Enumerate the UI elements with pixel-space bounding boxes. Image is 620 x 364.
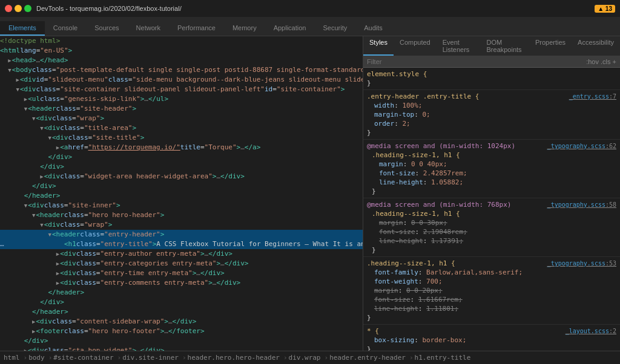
dom-line[interactable]: ▼<body class="post-template-default sing… xyxy=(0,65,363,75)
breadcrumb-site-inner[interactable]: div.site-inner xyxy=(122,354,179,362)
media-query: @media screen and (min-width: 1024px) xyxy=(367,141,515,151)
selector-text: .heading--size-1, h1 { xyxy=(367,259,455,268)
breadcrumb-hero-header[interactable]: header.hero.hero-header xyxy=(188,354,280,362)
tab-audits[interactable]: Audits xyxy=(355,21,391,36)
tab-styles[interactable]: Styles xyxy=(363,36,394,56)
tab-accessibility[interactable]: Accessibility xyxy=(572,36,620,56)
tab-security[interactable]: Security xyxy=(314,21,355,36)
dom-line[interactable]: ▶<div id="slideout-menu" class="side-men… xyxy=(0,75,363,85)
dom-line[interactable]: ▶<div class="cta-bop-widget">…</div> xyxy=(0,346,363,351)
rule-prop: line-height: 1.05882; xyxy=(372,178,616,187)
breadcrumb-h1[interactable]: h1.entry-title xyxy=(415,354,471,362)
dom-line[interactable]: ▶<ul class="genesis-skip-link">…</ul> xyxy=(0,94,363,104)
breadcrumb-body[interactable]: body xyxy=(28,354,45,362)
dom-line[interactable]: ▼<header class="site-header"> xyxy=(0,104,363,114)
selector-text: .heading--size-1, h1 { xyxy=(372,151,460,160)
style-rule-element: element.style { } xyxy=(363,68,620,90)
dom-line[interactable]: ▶<div class="entry-time entry-meta">…</d… xyxy=(0,268,363,278)
rule-prop: font-size: 1.61667rem; xyxy=(367,295,616,304)
breadcrumb-sep: › xyxy=(409,354,414,362)
tab-console[interactable]: Console xyxy=(45,21,86,36)
rule-source[interactable]: _entry.scss:7 xyxy=(569,92,616,101)
closing-brace: } xyxy=(367,313,616,322)
rule-selector: @media screen and (min-width: 768px) _ty… xyxy=(367,200,616,209)
breadcrumb-sep: › xyxy=(24,354,28,362)
dom-line[interactable]: ▼<div class="wrap"> xyxy=(0,114,363,123)
dom-line[interactable]: ▶<div class="widget-area header-widget-a… xyxy=(0,172,363,181)
breadcrumb-site-container[interactable]: #site-container xyxy=(53,354,113,362)
close-button[interactable] xyxy=(5,5,12,12)
tab-sources[interactable]: Sources xyxy=(86,21,127,36)
dom-line[interactable]: ▶<div class="content-sidebar-wrap">…</di… xyxy=(0,317,363,327)
breadcrumb-html[interactable]: html xyxy=(4,354,20,362)
dom-line[interactable]: ▶<a href="https://torquemag.io/" title="… xyxy=(0,143,363,152)
dom-line[interactable]: ▼<header class="hero hero-header"> xyxy=(0,210,363,220)
dom-line[interactable]: ▼<div class="site-title"> xyxy=(0,133,363,143)
dom-line: <!doctype html> xyxy=(0,36,363,46)
minimize-button[interactable] xyxy=(15,5,22,12)
dom-panel[interactable]: <!doctype html> <html lang="en-US"> ▶<he… xyxy=(0,36,363,351)
dom-line[interactable]: ▼<div class="site-inner"> xyxy=(0,201,363,210)
style-rule-media-768: @media screen and (min-width: 768px) _ty… xyxy=(363,198,620,257)
style-rule-layout: * { _layout.scss:2 box-sizing: border-bo… xyxy=(363,325,620,351)
tab-network[interactable]: Network xyxy=(128,21,169,36)
dom-line[interactable]: ▶<head>…</head> xyxy=(0,56,363,65)
status-bar: html › body › #site-container › div.site… xyxy=(0,351,620,364)
tab-application[interactable]: Application xyxy=(265,21,315,36)
dom-line: </header> xyxy=(0,307,363,317)
selector-text: .heading--size-1, h1 { xyxy=(372,209,460,218)
breadcrumb-sep: › xyxy=(325,354,329,362)
dom-line-entry-header[interactable]: ▼<header class="entry-header"> xyxy=(0,230,363,239)
rule-source[interactable]: _layout.scss:2 xyxy=(566,327,616,336)
rule-selector: element.style { xyxy=(367,70,616,79)
breadcrumb-sep: › xyxy=(182,354,186,362)
title-bar-right: ▲ 13 xyxy=(595,5,615,13)
dom-line: </div> xyxy=(0,336,363,346)
rule-prop: font-family: Barlow,arial,sans-serif; xyxy=(367,268,616,277)
rule-selector: .entry-header .entry-title { _entry.scss… xyxy=(367,92,616,101)
styles-filter-bar: :hov .cls + xyxy=(363,56,620,68)
dom-line: </div> xyxy=(0,152,363,162)
styles-content: element.style { } .entry-header .entry-t… xyxy=(363,68,620,351)
rule-prop: font-weight: 700; xyxy=(367,277,616,286)
rule-prop: line-height: 1.17391; xyxy=(372,236,616,245)
dom-line-h1[interactable]: … <h1 class="entry-title">A CSS Flexbox … xyxy=(0,239,363,249)
window-controls xyxy=(5,5,31,12)
dom-line[interactable]: ▶<footer class="hero hero-footer">…</foo… xyxy=(0,327,363,336)
dom-line: </header> xyxy=(0,191,363,201)
dom-line[interactable]: ▼<div class="site-container slideout-pan… xyxy=(0,85,363,94)
dom-line[interactable]: ▼<div class="wrap"> xyxy=(0,220,363,230)
closing-brace: } xyxy=(367,128,616,137)
dom-line: </div> xyxy=(0,181,363,191)
breadcrumb-sep: › xyxy=(283,354,288,362)
warning-badge: ▲ 13 xyxy=(595,5,615,13)
tab-elements[interactable]: Elements xyxy=(0,21,45,36)
rule-prop: margin: 0 0 20px; xyxy=(367,286,616,295)
selector-text: * { xyxy=(367,327,379,336)
rule-source[interactable]: _typography.scss:58 xyxy=(547,200,616,209)
dom-line[interactable]: ▼<div class="title-area"> xyxy=(0,123,363,133)
breadcrumb-wrap[interactable]: div.wrap xyxy=(289,354,321,362)
rule-source[interactable]: _typography.scss:53 xyxy=(547,259,616,268)
tab-performance[interactable]: Performance xyxy=(169,21,224,36)
closing-brace: } xyxy=(372,245,616,255)
rule-source[interactable]: _typography.scss:62 xyxy=(547,141,616,151)
tab-computed[interactable]: Computed xyxy=(394,36,437,56)
dom-line[interactable]: ▶<div class="entry-author entry-meta">…<… xyxy=(0,249,363,259)
tab-properties[interactable]: Properties xyxy=(529,36,572,56)
maximize-button[interactable] xyxy=(24,5,31,12)
dom-line[interactable]: ▶<div class="entry-comments entry-meta">… xyxy=(0,278,363,288)
tab-event-listeners[interactable]: Event Listeners xyxy=(437,36,481,56)
rule-selector-inner: .heading--size-1, h1 { xyxy=(372,209,616,218)
style-rule-entry-title: .entry-header .entry-title { _entry.scss… xyxy=(363,90,620,140)
filter-options[interactable]: :hov .cls + xyxy=(586,58,616,65)
rule-prop: width: 100%; xyxy=(367,101,616,110)
breadcrumb-entry-header[interactable]: header.entry-header xyxy=(329,354,406,362)
tab-dom-breakpoints[interactable]: DOM Breakpoints xyxy=(481,36,529,56)
closing-brace: } xyxy=(367,79,616,88)
styles-panel: Styles Computed Event Listeners DOM Brea… xyxy=(363,36,620,351)
tab-memory[interactable]: Memory xyxy=(224,21,265,36)
rule-prop: margin: 0 0 40px; xyxy=(372,160,616,169)
styles-filter-input[interactable] xyxy=(367,58,586,65)
dom-line[interactable]: ▶<div class="entry-categories entry-meta… xyxy=(0,259,363,268)
